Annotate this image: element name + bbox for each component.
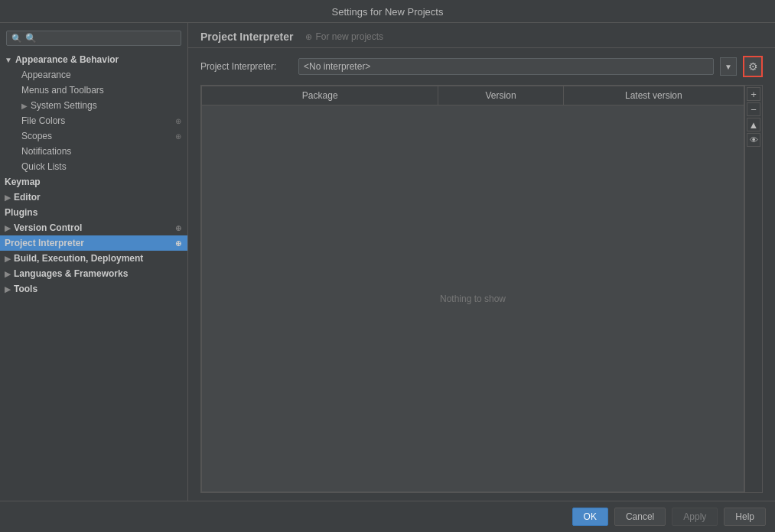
apply-button[interactable]: Apply: [672, 508, 718, 526]
interpreter-combo[interactable]: [298, 58, 714, 75]
table-body: Nothing to show: [202, 105, 744, 491]
ok-button[interactable]: OK: [572, 508, 608, 526]
footer: OK Cancel Apply Help: [0, 501, 775, 532]
for-new-projects-icon: ⊕: [305, 32, 312, 42]
column-latest-version: Latest version: [564, 86, 744, 105]
sidebar-item-menus-toolbars[interactable]: Menus and Toolbars: [0, 83, 187, 98]
packages-table: Package Version Latest version Nothing t…: [201, 86, 744, 492]
eye-button[interactable]: 👁: [747, 133, 760, 147]
sidebar-item-label: Editor: [14, 192, 41, 203]
sidebar-item-label: System Settings: [31, 100, 97, 111]
packages-table-container: Package Version Latest version Nothing t…: [200, 85, 763, 493]
search-icon: 🔍: [11, 34, 22, 44]
column-version: Version: [438, 86, 563, 105]
interpreter-row: Project Interpreter: ▼ ⚙: [200, 56, 763, 77]
sidebar-item-tools[interactable]: ▶ Tools: [0, 281, 187, 297]
sidebar-item-label: Build, Execution, Deployment: [14, 253, 143, 264]
expand-arrow-version-control: ▶: [5, 224, 11, 232]
sidebar-item-label: Tools: [14, 284, 37, 294]
sidebar-item-label: Languages & Frameworks: [14, 268, 128, 279]
help-button[interactable]: Help: [724, 508, 766, 526]
sidebar-item-build-execution[interactable]: ▶ Build, Execution, Deployment: [0, 251, 187, 266]
table-actions: + − ▲ 👁: [744, 86, 762, 492]
panel-body: Project Interpreter: ▼ ⚙ Package Version: [188, 48, 775, 501]
gear-icon: ⚙: [748, 60, 758, 73]
sidebar-item-label: Quick Lists: [21, 161, 67, 172]
main-panel: Project Interpreter ⊕ For new projects P…: [188, 23, 775, 501]
sidebar-item-file-colors[interactable]: File Colors ⊕: [0, 113, 187, 128]
sidebar-item-label: Menus and Toolbars: [21, 85, 104, 96]
badge-icon-file-colors: ⊕: [175, 117, 181, 125]
panel-title: Project Interpreter: [200, 31, 293, 43]
expand-arrow-languages: ▶: [5, 270, 11, 278]
sidebar-item-label: Appearance: [21, 70, 71, 80]
scroll-up-icon: ▲: [749, 120, 759, 130]
sidebar-item-label: Notifications: [21, 146, 71, 157]
sidebar-item-label: Keymap: [5, 177, 41, 187]
panel-header: Project Interpreter ⊕ For new projects: [188, 23, 775, 48]
sidebar-item-label: Appearance & Behavior: [15, 54, 119, 65]
dialog-title: Settings for New Projects: [332, 6, 444, 18]
expand-arrow-system-settings: ▶: [21, 102, 28, 110]
expand-arrow-editor: ▶: [5, 193, 11, 202]
content-area: 🔍 ▼ Appearance & Behavior Appearance Men…: [0, 23, 775, 501]
settings-dialog: Settings for New Projects 🔍 ▼ Appearance…: [0, 0, 775, 532]
search-input[interactable]: [25, 33, 176, 44]
sidebar-item-label: Plugins: [5, 207, 37, 218]
minus-icon: −: [751, 105, 757, 115]
sidebar-item-languages-frameworks[interactable]: ▶ Languages & Frameworks: [0, 266, 187, 281]
interpreter-gear-button[interactable]: ⚙: [743, 56, 763, 77]
sidebar-item-label: Version Control: [14, 222, 82, 233]
panel-subtitle-text: For new projects: [315, 31, 383, 42]
empty-message: Nothing to show: [440, 294, 506, 304]
sidebar-item-version-control[interactable]: ▶ Version Control ⊕: [0, 220, 187, 235]
sidebar-item-plugins[interactable]: Plugins: [0, 205, 187, 220]
expand-arrow-build: ▶: [5, 255, 11, 263]
panel-subtitle: ⊕ For new projects: [305, 31, 383, 42]
sidebar-item-appearance[interactable]: Appearance: [0, 67, 187, 83]
sidebar-item-label: File Colors: [21, 115, 65, 126]
badge-icon-project-interpreter: ⊕: [175, 239, 181, 248]
interpreter-dropdown-button[interactable]: ▼: [720, 57, 737, 76]
expand-arrow-appearance-behavior: ▼: [5, 56, 12, 64]
table-header: Package Version Latest version: [202, 86, 744, 105]
interpreter-label: Project Interpreter:: [200, 61, 292, 72]
search-box[interactable]: 🔍: [6, 31, 181, 46]
sidebar-item-project-interpreter[interactable]: Project Interpreter ⊕: [0, 235, 187, 251]
badge-icon-version-control: ⊕: [175, 224, 181, 232]
sidebar-item-keymap[interactable]: Keymap: [0, 174, 187, 190]
sidebar-item-label: Scopes: [21, 131, 52, 141]
sidebar-item-notifications[interactable]: Notifications: [0, 144, 187, 159]
sidebar-item-quick-lists[interactable]: Quick Lists: [0, 159, 187, 174]
column-package: Package: [202, 86, 438, 105]
sidebar-item-editor[interactable]: ▶ Editor: [0, 190, 187, 205]
sidebar-item-label: Project Interpreter: [5, 238, 84, 248]
cancel-button[interactable]: Cancel: [614, 508, 666, 526]
sidebar-item-appearance-behavior[interactable]: ▼ Appearance & Behavior: [0, 52, 187, 67]
title-bar: Settings for New Projects: [0, 0, 775, 23]
sidebar-item-scopes[interactable]: Scopes ⊕: [0, 128, 187, 144]
sidebar-item-system-settings[interactable]: ▶ System Settings: [0, 98, 187, 113]
scroll-up-button[interactable]: ▲: [747, 118, 760, 131]
dropdown-arrow-icon: ▼: [725, 63, 732, 71]
badge-icon-scopes: ⊕: [175, 132, 181, 141]
sidebar: 🔍 ▼ Appearance & Behavior Appearance Men…: [0, 23, 188, 501]
expand-arrow-tools: ▶: [5, 285, 11, 294]
plus-icon: +: [751, 89, 757, 99]
eye-icon: 👁: [750, 136, 758, 144]
remove-package-button[interactable]: −: [747, 102, 760, 116]
add-package-button[interactable]: +: [747, 87, 760, 101]
